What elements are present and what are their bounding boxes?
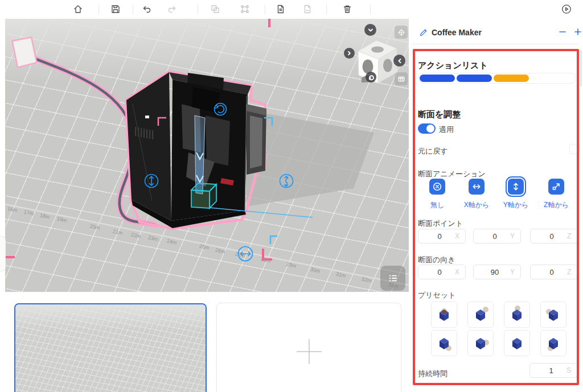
orientation-z-field[interactable]: Z	[530, 265, 578, 279]
home-icon	[73, 4, 83, 14]
point-x-field[interactable]: X	[418, 229, 466, 244]
group-button	[208, 2, 223, 16]
preset-thumbnail-3[interactable]	[504, 302, 530, 328]
preset-thumbnail-6[interactable]	[467, 330, 494, 356]
add-plus-button[interactable]	[572, 26, 583, 39]
x-axis-icon	[469, 179, 485, 195]
z-axis-icon	[548, 179, 564, 195]
frame-thumbnail-grid	[15, 304, 206, 392]
preset-thumbnail-5[interactable]	[431, 330, 457, 356]
toolbar-separator	[370, 5, 371, 14]
bracket-blue-mid	[270, 236, 277, 244]
section-point-label: 断面ポイント	[418, 218, 463, 229]
toolbar-separator	[198, 5, 198, 14]
ungroup-icon	[240, 4, 250, 14]
duration-field[interactable]: S	[529, 363, 577, 378]
y-axis-icon	[508, 179, 524, 195]
redo-button	[165, 2, 179, 16]
point-y-input[interactable]	[474, 232, 510, 241]
home-button[interactable]	[71, 2, 85, 16]
panel-title: Coffee Maker	[432, 28, 482, 37]
undo-button[interactable]	[139, 2, 154, 16]
action-progress-bar[interactable]	[418, 73, 576, 84]
panel-scrollbar[interactable]	[580, 50, 582, 86]
anim-option-z-axis[interactable]: Z軸から	[539, 179, 573, 210]
preset-cube-icon	[470, 304, 491, 325]
rotate-ccw-icon[interactable]	[366, 72, 376, 82]
preset-thumbnail-2[interactable]	[467, 302, 494, 328]
action-progress-segment[interactable]	[494, 75, 529, 82]
collapse-minus-button[interactable]	[556, 26, 569, 39]
preset-thumbnail-4[interactable]	[540, 302, 566, 328]
viewcube[interactable]	[358, 40, 397, 83]
toolbar-separator	[133, 5, 133, 14]
none-icon	[429, 179, 445, 195]
apply-label: 適用	[439, 125, 454, 135]
preset-cube-icon	[434, 333, 454, 353]
orientation-y-input[interactable]	[474, 268, 510, 277]
toggle-knob	[426, 125, 434, 133]
anim-option-none[interactable]: 無し	[420, 179, 454, 210]
scene-canvas	[5, 19, 409, 292]
chevron-left-icon[interactable]	[393, 55, 405, 67]
add-frame-button[interactable]	[216, 303, 401, 392]
reset-label: 元に戻す	[418, 146, 448, 156]
orientation-x-field[interactable]: X	[418, 265, 466, 279]
undo-icon	[142, 4, 152, 14]
point-z-input[interactable]	[531, 232, 567, 241]
point-x-input[interactable]	[418, 232, 455, 241]
preset-cube-icon	[507, 333, 527, 353]
plus-icon	[296, 339, 322, 365]
preset-cube-icon	[543, 333, 564, 353]
page-copy-button[interactable]	[273, 2, 288, 16]
save-icon	[110, 4, 121, 14]
point-z-field[interactable]: Z	[530, 229, 578, 244]
page-remove-icon	[302, 4, 313, 14]
preset-cube-icon	[470, 333, 491, 353]
page-remove-button	[300, 2, 315, 16]
pink-tick-top	[268, 19, 270, 27]
edit-pencil-icon[interactable]	[419, 28, 428, 37]
preset-thumbnail-1[interactable]	[431, 302, 457, 328]
section-animation-label: 断面アニメーション	[418, 169, 486, 179]
chevron-right-icon[interactable]	[344, 48, 355, 59]
presets-label: プリセット	[418, 290, 456, 300]
preset-cube-icon	[434, 304, 454, 325]
toolbar	[0, 0, 583, 19]
apply-toggle[interactable]	[418, 123, 436, 134]
toolbar-separator	[326, 5, 327, 14]
preset-thumbnail-8[interactable]	[540, 330, 566, 356]
action-list-heading: アクションリスト	[418, 60, 488, 71]
save-button[interactable]	[108, 2, 123, 16]
page-copy-icon	[276, 4, 286, 14]
duration-input[interactable]	[530, 366, 566, 375]
trash-icon	[342, 4, 352, 14]
orientation-z-input[interactable]	[531, 268, 567, 277]
preset-thumbnail-7[interactable]	[504, 330, 530, 356]
trash-button[interactable]	[340, 2, 355, 16]
left-panel-handle[interactable]	[0, 236, 6, 271]
frame-thumbnail-selected[interactable]	[14, 303, 207, 392]
orientation-y-field[interactable]: Y	[473, 265, 521, 279]
target-icon[interactable]	[395, 26, 408, 39]
pink-tick-left	[5, 256, 15, 258]
orientation-x-input[interactable]	[418, 268, 455, 277]
group-icon	[210, 4, 220, 14]
reset-checkbox[interactable]	[569, 144, 580, 154]
viewport-3d[interactable]: 16m17m18m19m20m21m22m23m24m25m26m27m28m2…	[5, 19, 409, 292]
preset-cube-icon	[543, 304, 564, 325]
layers-list-icon[interactable]	[380, 266, 405, 291]
duration-label: 持続時間	[418, 369, 447, 379]
play-button[interactable]	[559, 2, 574, 16]
action-progress-segment[interactable]	[457, 75, 492, 82]
anim-option-y-axis[interactable]: Y軸から	[499, 179, 533, 210]
point-y-field[interactable]: Y	[473, 229, 521, 244]
action-progress-segment[interactable]	[420, 75, 455, 82]
section-heading: 断面を調整	[418, 109, 461, 120]
redo-icon	[167, 4, 177, 14]
anim-option-x-axis[interactable]: X軸から	[459, 179, 494, 210]
preset-cube-icon	[507, 304, 527, 325]
chevron-down-icon[interactable]	[364, 24, 376, 36]
grid-icon[interactable]	[395, 72, 408, 85]
panel-divider	[412, 44, 579, 44]
